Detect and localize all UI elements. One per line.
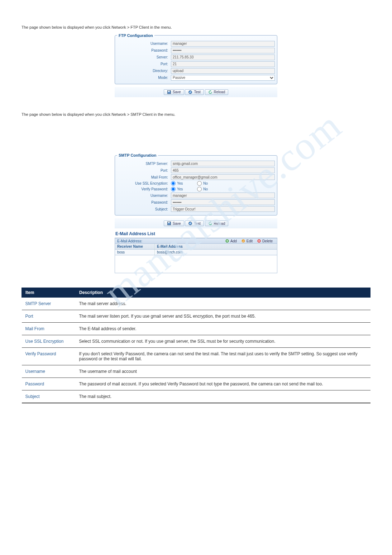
verify-yes-radio[interactable] bbox=[171, 187, 176, 191]
table-row: UsernameThe username of mail account bbox=[22, 365, 371, 378]
smtp-legend: SMTP Configuration bbox=[117, 153, 158, 157]
cell-description: The mail subject. bbox=[76, 390, 371, 403]
ftp-username-label: Username: bbox=[117, 42, 171, 46]
col-receiver: Receiver Name bbox=[115, 244, 154, 249]
test-icon bbox=[188, 221, 192, 226]
email-list-toolbar: E-Mail Address: Add Edit Delete bbox=[115, 238, 277, 244]
cell-description: The password of mail account. If you sel… bbox=[76, 378, 371, 390]
cell-description: The username of mail account bbox=[76, 365, 371, 378]
smtp-subject-input[interactable] bbox=[171, 206, 275, 212]
save-icon bbox=[167, 221, 171, 226]
table-row: SubjectThe mail subject. bbox=[22, 390, 371, 403]
ftp-port-label: Port: bbox=[117, 62, 171, 66]
smtp-server-input[interactable] bbox=[171, 161, 275, 166]
ssl-yes-radio[interactable] bbox=[171, 181, 176, 186]
smtp-test-button[interactable]: Test bbox=[185, 220, 204, 226]
cell-item: Verify Password bbox=[22, 348, 76, 365]
table-row: SMTP ServerThe mail server address. bbox=[22, 298, 371, 310]
reload-icon bbox=[208, 90, 212, 94]
email-grid-body bbox=[115, 255, 277, 273]
smtp-verify-label: Verify Password: bbox=[117, 187, 171, 191]
smtp-mailfrom-input[interactable] bbox=[171, 174, 275, 180]
table-row: Mail FromThe E-Mail address of sender. bbox=[22, 323, 371, 335]
ftp-server-label: Server: bbox=[117, 55, 171, 59]
ftp-reload-button[interactable]: Reload bbox=[205, 89, 229, 95]
ftp-test-button[interactable]: Test bbox=[185, 89, 204, 95]
cell-description: The mail server address. bbox=[76, 298, 371, 310]
ftp-directory-input[interactable] bbox=[171, 68, 275, 74]
th-item: Item bbox=[22, 288, 76, 298]
smtp-panel: SMTP Configuration SMTP Server: Port: Ma… bbox=[115, 153, 277, 273]
smtp-username-input[interactable] bbox=[171, 193, 275, 198]
edit-icon bbox=[241, 239, 245, 243]
table-row: Use SSL EncryptionSelect SSL communicati… bbox=[22, 335, 371, 348]
th-desc: Description bbox=[76, 288, 371, 298]
smtp-mailfrom-label: Mail From: bbox=[117, 175, 171, 179]
ftp-fieldset: FTP Configuration Username: Password: Se… bbox=[115, 33, 277, 84]
add-icon bbox=[225, 239, 229, 243]
email-grid-row[interactable]: boss boss@tech.com bbox=[115, 250, 277, 255]
row-name: boss bbox=[115, 250, 154, 255]
email-list-title: E-Mail Address List bbox=[115, 228, 277, 238]
table-row: PortThe mail server listen port. If you … bbox=[22, 310, 371, 323]
ftp-password-label: Password: bbox=[117, 48, 171, 52]
ftp-username-input[interactable] bbox=[171, 41, 275, 47]
ftp-server-input[interactable] bbox=[171, 54, 275, 60]
ftp-port-input[interactable] bbox=[171, 61, 275, 67]
smtp-password-input[interactable] bbox=[171, 199, 275, 205]
ftp-mode-select[interactable]: Passive bbox=[171, 75, 275, 81]
svg-rect-4 bbox=[168, 222, 170, 223]
smtp-port-label: Port: bbox=[117, 169, 171, 172]
row-addr: boss@tech.com bbox=[154, 250, 277, 255]
delete-icon bbox=[257, 239, 261, 243]
ftp-save-button[interactable]: Save bbox=[164, 89, 184, 95]
table-row: PasswordThe password of mail account. If… bbox=[22, 378, 371, 390]
smtp-subject-label: Subject: bbox=[117, 207, 171, 211]
delete-button[interactable]: Delete bbox=[255, 239, 275, 243]
smtp-password-label: Password: bbox=[117, 200, 171, 204]
edit-button[interactable]: Edit bbox=[239, 239, 255, 243]
reload-icon bbox=[208, 221, 212, 226]
intro-text-smtp: The page shown below is displayed when y… bbox=[21, 112, 371, 118]
svg-rect-1 bbox=[168, 91, 170, 92]
smtp-save-button[interactable]: Save bbox=[164, 220, 184, 226]
email-address-label: E-Mail Address: bbox=[117, 239, 142, 243]
cell-description: If you don't select Verify Password, the… bbox=[76, 348, 371, 365]
save-icon bbox=[167, 90, 171, 94]
ftp-password-input[interactable] bbox=[171, 48, 275, 53]
smtp-username-label: Username: bbox=[117, 194, 171, 198]
ftp-directory-label: Directory: bbox=[117, 69, 171, 73]
smtp-reload-button[interactable]: Reload bbox=[205, 220, 229, 226]
ftp-panel: FTP Configuration Username: Password: Se… bbox=[115, 33, 277, 97]
ftp-legend: FTP Configuration bbox=[117, 33, 154, 38]
cell-description: Select SSL communication or not. If you … bbox=[76, 335, 371, 348]
smtp-port-input[interactable] bbox=[171, 167, 275, 173]
cell-item: Use SSL Encryption bbox=[22, 335, 76, 348]
cell-item: Subject bbox=[22, 390, 76, 403]
cell-description: The E-Mail address of sender. bbox=[76, 323, 371, 335]
intro-text-ftp: The page shown below is displayed when y… bbox=[21, 24, 371, 30]
table-row: Verify PasswordIf you don't select Verif… bbox=[22, 348, 371, 365]
cell-description: The mail server listen port. If you use … bbox=[76, 310, 371, 323]
cell-item: Port bbox=[22, 310, 76, 323]
cell-item: Mail From bbox=[22, 323, 76, 335]
col-address: E-Mail Address bbox=[154, 244, 277, 249]
smtp-fieldset: SMTP Configuration SMTP Server: Port: Ma… bbox=[115, 153, 277, 215]
ftp-mode-label: Mode: bbox=[117, 76, 171, 80]
verify-no-radio[interactable] bbox=[197, 187, 202, 191]
cell-item: Username bbox=[22, 365, 76, 378]
smtp-ssl-label: Use SSL Encryption: bbox=[117, 181, 171, 185]
cell-item: SMTP Server bbox=[22, 298, 76, 310]
test-icon bbox=[188, 90, 192, 94]
description-table: Item Description SMTP ServerThe mail ser… bbox=[21, 288, 371, 403]
email-grid-header: Receiver Name E-Mail Address bbox=[115, 244, 277, 250]
ssl-no-radio[interactable] bbox=[197, 181, 202, 186]
add-button[interactable]: Add bbox=[223, 239, 239, 243]
smtp-server-label: SMTP Server: bbox=[117, 162, 171, 166]
cell-item: Password bbox=[22, 378, 76, 390]
